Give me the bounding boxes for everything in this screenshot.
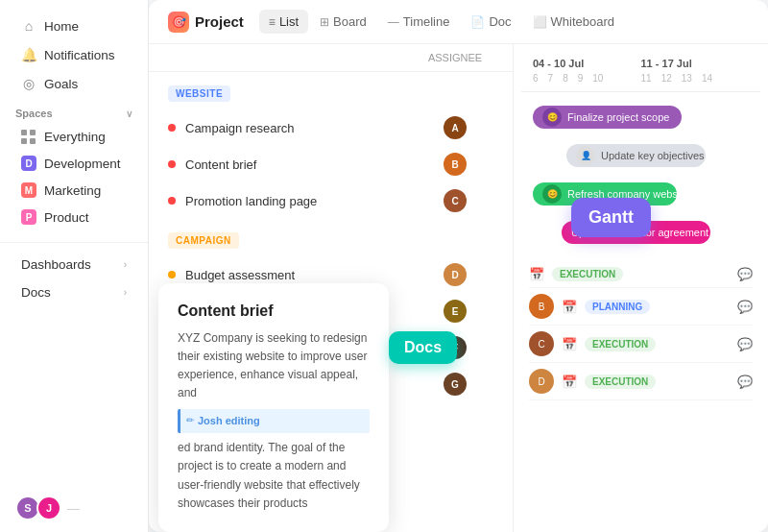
- chat-icon-3: 💬: [737, 337, 753, 351]
- gantt-detail-section: 📅 EXECUTION 💬 B 📅 PLANNING 💬 C �: [521, 261, 760, 400]
- project-title: Project: [195, 13, 244, 30]
- assignee-avatar: E: [444, 300, 467, 323]
- task-assignee: D: [417, 263, 493, 286]
- gantt-avatar-3: 😊: [542, 184, 562, 204]
- task-assignee: C: [417, 189, 493, 212]
- bottom-label-docs: Docs: [21, 285, 51, 300]
- sidebar-nav-home[interactable]: ⌂ Home: [6, 12, 142, 40]
- sidebar-space-marketing[interactable]: MMarketing: [6, 177, 142, 204]
- task-name: Promotion landing page: [185, 194, 417, 208]
- column-headers: ASSIGNEE: [149, 44, 513, 72]
- task-name: Budget assessment: [185, 268, 417, 282]
- notifications-icon: 🔔: [21, 47, 36, 62]
- space-label-product: Product: [44, 210, 89, 225]
- task-assignee: G: [417, 373, 493, 396]
- assignee-avatar: B: [444, 153, 467, 176]
- week-label-2: 11 - 17 Jul: [641, 58, 750, 69]
- spaces-section-header: Spaces ∨: [0, 98, 148, 123]
- gantt-week-2: 11 - 17 Jul 11 12 13 14: [641, 58, 750, 84]
- development-icon: D: [21, 156, 36, 171]
- docs-highlight: ✏ Josh editing: [178, 409, 370, 434]
- sidebar: ⌂ Home 🔔 Notifications ◎ Goals Spaces ∨ …: [0, 0, 149, 532]
- gantt-bar-inner: 😊 Finalize project scope: [542, 108, 669, 127]
- docs-body-text-1: XYZ Company is seeking to redesign their…: [178, 331, 367, 400]
- detail-icon-1: 📅: [529, 267, 544, 281]
- task-row[interactable]: Content brief B: [149, 146, 513, 182]
- task-bullet: [168, 160, 176, 168]
- gantt-bar-objectives: 👤 Update key objectives: [566, 144, 706, 167]
- gantt-detail-row-3: C 📅 EXECUTION 💬: [529, 326, 753, 363]
- assignee-avatar: C: [444, 189, 467, 212]
- gantt-week-1: 04 - 10 Jul 6 7 8 9 10: [533, 58, 641, 84]
- footer-separator: —: [67, 501, 80, 516]
- gantt-area: 04 - 10 Jul 6 7 8 9 10 11 - 17 Jul: [514, 44, 768, 532]
- whiteboard-tab-icon: ⬜: [533, 15, 547, 29]
- week-label-1: 04 - 10 Jul: [533, 58, 641, 69]
- whiteboard-tab-label: Whiteboard: [551, 14, 614, 29]
- gantt-bar-inner-2: 👤 Update key objectives: [576, 146, 705, 165]
- task-bullet: [168, 124, 176, 132]
- timeline-tab-icon: ―: [388, 15, 399, 29]
- highlight-name: Josh editing: [198, 413, 260, 430]
- status-badge-execution-2: EXECUTION: [585, 337, 656, 351]
- sidebar-bottom-docs[interactable]: Docs ›: [6, 278, 142, 306]
- gantt-row-1: 😊 Finalize project scope: [533, 100, 749, 134]
- list-tab-label: List: [279, 14, 299, 29]
- board-tab-label: Board: [333, 14, 367, 29]
- goals-icon: ◎: [21, 76, 36, 91]
- detail-icon-4: 📅: [562, 375, 577, 389]
- task-row[interactable]: Campaign research A: [149, 109, 513, 146]
- bottom-chevron-docs: ›: [124, 287, 127, 298]
- sidebar-space-everything[interactable]: Everything: [6, 123, 142, 150]
- tab-doc[interactable]: 📄 Doc: [461, 10, 520, 34]
- assignee-avatar: A: [444, 116, 467, 139]
- gantt-avatar-2: 👤: [576, 146, 595, 165]
- tab-timeline[interactable]: ― Timeline: [378, 10, 460, 34]
- product-icon: P: [21, 209, 36, 225]
- detail-icon-2: 📅: [562, 300, 577, 314]
- task-assignee: B: [417, 153, 493, 176]
- project-icon: 🎯: [168, 12, 189, 33]
- sidebar-space-development[interactable]: DDevelopment: [6, 150, 142, 177]
- space-label-everything: Everything: [44, 130, 106, 144]
- sidebar-bottom-dashboards[interactable]: Dashboards ›: [6, 251, 142, 278]
- section-label-campaign: CAMPAIGN: [168, 232, 239, 249]
- task-name: Content brief: [185, 157, 417, 172]
- docs-card-title: Content brief: [178, 302, 370, 320]
- gantt-floating-badge: Gantt: [571, 198, 651, 237]
- gantt-bar-text-1: Finalize project scope: [567, 111, 669, 123]
- spaces-label: Spaces: [15, 108, 53, 119]
- task-bullet: [168, 271, 176, 278]
- sidebar-nav-goals[interactable]: ◎ Goals: [6, 69, 142, 98]
- topbar: 🎯 Project ≡ List ⊞ Board ― Timeline 📄 Do…: [149, 0, 768, 44]
- gantt-bar-finalize: 😊 Finalize project scope: [533, 106, 682, 129]
- week-days-2: 11 12 13 14: [641, 73, 750, 84]
- task-assignee: A: [417, 116, 493, 139]
- tab-list[interactable]: ≡ List: [259, 10, 308, 34]
- sidebar-nav-notifications[interactable]: 🔔 Notifications: [6, 40, 142, 69]
- spaces-chevron: ∨: [126, 109, 132, 119]
- docs-card: Content brief XYZ Company is seeking to …: [158, 283, 389, 532]
- gantt-detail-row-4: D 📅 EXECUTION 💬: [529, 363, 753, 400]
- sidebar-footer: SJ —: [0, 496, 149, 520]
- task-assignee: E: [417, 300, 493, 323]
- chat-icon-4: 💬: [737, 375, 753, 389]
- edit-icon: ✏: [186, 413, 194, 428]
- task-row[interactable]: Promotion landing page C: [149, 182, 513, 219]
- sidebar-space-product[interactable]: PProduct: [6, 204, 142, 230]
- home-icon: ⌂: [21, 18, 36, 34]
- detail-avatar-2: B: [529, 294, 554, 319]
- gantt-detail-row-1: 📅 EXECUTION 💬: [529, 261, 753, 288]
- detail-avatar-4: D: [529, 369, 554, 394]
- sidebar-bottom-section: Dashboards › Docs ›: [0, 242, 148, 306]
- main-area: 🎯 Project ≡ List ⊞ Board ― Timeline 📄 Do…: [149, 0, 768, 532]
- board-tab-icon: ⊞: [320, 15, 329, 29]
- tab-whiteboard[interactable]: ⬜ Whiteboard: [523, 10, 624, 34]
- docs-floating-badge: Docs: [389, 331, 457, 364]
- marketing-icon: M: [21, 182, 36, 198]
- tab-board[interactable]: ⊞ Board: [310, 10, 376, 34]
- bottom-label-dashboards: Dashboards: [21, 257, 91, 272]
- gantt-detail-row-2: B 📅 PLANNING 💬: [529, 288, 753, 326]
- sidebar-nav-label-home: Home: [44, 19, 79, 34]
- detail-avatar-3: C: [529, 331, 554, 356]
